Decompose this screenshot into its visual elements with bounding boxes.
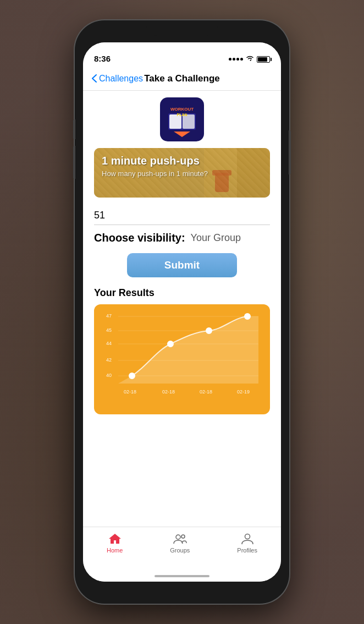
phone-frame: 8:36 [75, 20, 289, 604]
profiles-icon [240, 533, 255, 545]
phone-screen: 8:36 [83, 42, 281, 582]
wifi-icon [246, 55, 254, 63]
svg-point-23 [129, 373, 135, 379]
svg-text:02-18: 02-18 [124, 389, 136, 395]
result-input[interactable] [94, 206, 270, 225]
notch [146, 20, 218, 36]
results-section: Your Results 47 45 44 42 40 [94, 287, 270, 414]
svg-point-31 [176, 535, 180, 539]
visibility-value[interactable]: Your Group [191, 232, 241, 244]
submit-button-label: Submit [164, 259, 200, 271]
challenge-title: 1 minute push-ups [102, 155, 262, 167]
home-icon [108, 533, 122, 545]
results-title: Your Results [94, 287, 270, 299]
back-button[interactable]: Challenges [92, 74, 143, 84]
signal-icon [229, 58, 243, 61]
status-time: 8:36 [94, 54, 111, 63]
svg-text:45: 45 [106, 327, 112, 333]
svg-text:40: 40 [106, 373, 112, 378]
navigation-bar: Challenges Take a Challenge [83, 67, 281, 91]
svg-text:02-18: 02-18 [162, 389, 175, 395]
svg-point-32 [181, 535, 185, 538]
challenge-banner: 1 minute push-ups How many push-ups in 1… [94, 148, 270, 198]
battery-icon [257, 56, 270, 63]
tab-profiles-label: Profiles [237, 547, 257, 554]
challenge-subtitle: How many push-ups in 1 minute? [102, 169, 262, 178]
status-icons [229, 55, 270, 63]
page-title: Take a Challenge [144, 73, 220, 84]
tab-groups[interactable]: Groups [170, 533, 190, 554]
tab-groups-label: Groups [170, 547, 190, 554]
svg-text:44: 44 [106, 341, 112, 346]
svg-point-25 [206, 328, 212, 333]
svg-point-26 [245, 314, 250, 319]
status-bar: 8:36 [83, 42, 281, 67]
svg-point-33 [245, 534, 250, 539]
svg-text:47: 47 [106, 313, 112, 319]
svg-point-24 [168, 341, 173, 347]
groups-icon [173, 533, 187, 545]
tab-bar: Home Groups [83, 527, 281, 571]
svg-text:PLAN: PLAN [177, 113, 187, 117]
content-area: WORKOUT PLAN [83, 91, 281, 527]
svg-text:02-18: 02-18 [200, 389, 212, 395]
result-input-section [94, 206, 270, 225]
visibility-section: Choose visibility: Your Group [94, 232, 270, 244]
tab-home[interactable]: Home [107, 533, 123, 554]
svg-text:02-19: 02-19 [237, 389, 250, 395]
svg-text:WORKOUT: WORKOUT [170, 107, 194, 112]
submit-button[interactable]: Submit [127, 253, 237, 277]
tab-profiles[interactable]: Profiles [237, 533, 257, 554]
back-label: Challenges [99, 74, 143, 84]
home-indicator [83, 571, 281, 582]
svg-text:42: 42 [106, 357, 112, 363]
app-icon: WORKOUT PLAN [160, 97, 204, 141]
results-chart: 47 45 44 42 40 [94, 304, 270, 414]
visibility-label: Choose visibility: [94, 232, 185, 244]
tab-home-label: Home [107, 547, 123, 554]
